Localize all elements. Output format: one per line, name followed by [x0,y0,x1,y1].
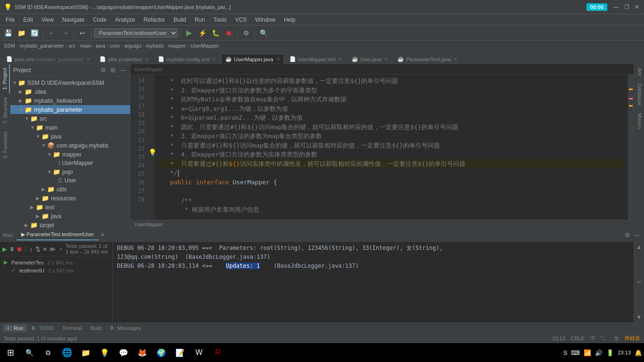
tab-close-user[interactable]: ✕ [384,57,388,62]
back-button[interactable]: ← [46,27,58,39]
breadcrumb-com[interactable]: com [110,43,120,49]
sync-button[interactable]: 🔄 [28,27,41,39]
status-zh[interactable]: 中 [590,335,595,342]
run-pause-button[interactable]: ⏸ [9,244,15,254]
menu-help[interactable]: Help [280,16,299,24]
maximize-button[interactable]: ❐ [623,4,630,10]
run-list-button[interactable]: ≡ [42,244,48,254]
menu-window[interactable]: Window [251,16,279,24]
code-lines[interactable]: * 此时可以通过#{}和${}以任意的内容获取参数值，一定要注意${}的单引号问… [155,74,628,220]
run-config-selector[interactable]: ParameterTest.testInsertUser [94,28,178,38]
tab-usermapper-java[interactable]: ☕ UserMapper.java ✕ [221,54,284,64]
vtab-favorites[interactable]: 2: Favorites [1,128,9,162]
tab-close-usermapper-xml[interactable]: ✕ [339,57,342,62]
scroll-bottom-button[interactable]: ▼ [636,314,642,321]
redis-taskbar[interactable]: R [209,344,226,361]
tree-test[interactable]: ▶ 📁 test [10,203,130,212]
bottom-tab-run[interactable]: ▶ ParameterTest.testInsertUser [17,230,99,240]
code-editor[interactable]: UserMapper 14 15 16 17 18 19 20 21 22 23 [131,64,634,228]
settings-button[interactable]: ⚙ [240,27,252,39]
tab-pom-xml[interactable]: 📄 pom.xml (mybatis_parameter) ✕ [2,54,94,64]
menu-view[interactable]: View [38,16,58,24]
tab-close-parametertest[interactable]: ✕ [454,57,457,62]
footer-tab-todo[interactable]: 6 : TODO [28,324,58,332]
run-more-button[interactable]: ≫ [49,244,56,254]
start-button[interactable]: ⊞ [2,344,19,361]
taskview-button[interactable]: ⧉ [40,344,57,361]
search-taskbar-button[interactable]: 🔍 [21,344,38,361]
tab-close-pom[interactable]: ✕ [86,57,90,62]
tree-pojo[interactable]: ▼ 📁 pojo [10,167,130,176]
intellij-taskbar[interactable]: 💡 [96,344,113,361]
tab-mybatis-config[interactable]: 📄 mybatis-config.xml ✕ [154,54,220,64]
breadcrumb-main[interactable]: main [80,43,91,49]
menu-edit[interactable]: Edit [19,16,37,24]
status-crlf[interactable]: CRLF [571,336,585,341]
breadcrumb-src[interactable]: src [68,43,75,49]
tab-close-usermapper[interactable]: ✕ [276,57,280,62]
taskbar-notification-icon[interactable]: 🔔 [635,349,642,356]
tree-idea[interactable]: ▶ 📁 .idea [10,87,130,96]
status-degree[interactable]: °。 [601,335,608,342]
status-brand[interactable]: 尚硅谷 [625,335,640,342]
tree-com-atguigu-mybatis[interactable]: ▼ 📦 com.atguigu.mybatis [10,141,130,150]
tree-mapper[interactable]: ▼ 📁 mapper [10,150,130,159]
stop-button[interactable]: ⏹ [223,27,235,39]
menu-analyze[interactable]: Analyze [111,16,139,24]
taskbar-keyboard-icon[interactable]: ⌨ [571,349,580,356]
breadcrumb-mybatis[interactable]: mybatis [146,43,164,49]
notes-taskbar[interactable]: 📝 [172,344,189,361]
close-button[interactable]: ✕ [634,4,640,10]
minimize-button[interactable]: — [613,4,619,10]
bottom-minimize-icon[interactable]: — [633,230,641,239]
menu-run[interactable]: Run [191,16,209,24]
rerun-button[interactable]: ▶ [2,244,8,254]
tree-java[interactable]: ▼ 📁 java [10,132,130,141]
forward-button[interactable]: → [59,27,71,39]
taskbar-volume-icon[interactable]: 🔊 [595,349,603,356]
sidebar-layout-icon[interactable]: ⊞ [109,66,117,74]
chrome-taskbar[interactable]: 🌐 [58,344,75,361]
word-taskbar[interactable]: W [190,344,207,361]
test-item-method[interactable]: ✓ testInsertU 2 s 941 ms [2,266,111,274]
right-scrollbar[interactable] [628,74,634,220]
footer-tab-build[interactable]: Build [87,324,106,332]
vtab-database[interactable]: Database [634,80,644,109]
sidebar-minimize-icon[interactable]: — [118,66,127,74]
run-sort-button[interactable]: ↕ [28,244,34,254]
menu-refactor[interactable]: Refactor [140,16,169,24]
tree-ssm-root[interactable]: ▼ 📁 SSM D:\IDEA\workspace\SSM [10,78,130,87]
sidebar-gear-icon[interactable]: ⚙ [99,66,107,74]
footer-tab-run[interactable]: 4 : Run [3,324,27,332]
breadcrumb-java[interactable]: java [96,43,105,49]
status-full[interactable]: 全 [614,335,619,342]
menu-build[interactable]: Build [170,16,190,24]
menu-vcs[interactable]: VCS [231,16,251,24]
breadcrumb-atguigu[interactable]: atguigu [124,43,141,49]
search-button[interactable]: 🔍 [257,27,270,39]
tab-parametertest-java[interactable]: ☕ ParameterTest.java ✕ [393,54,462,64]
chrome2-taskbar[interactable]: 🌍 [153,344,170,361]
scroll-top-button[interactable]: ▲ [636,244,642,250]
files-taskbar[interactable]: 📁 [77,344,94,361]
debug-config-button[interactable]: ⚡ [196,27,208,39]
menu-file[interactable]: File [2,16,18,24]
tab-user-java[interactable]: ☕ User.java ✕ [347,54,393,64]
menu-code[interactable]: Code [89,16,110,24]
code-content[interactable]: 14 15 16 17 18 19 20 21 22 23 24 25 26 2… [131,74,634,220]
breadcrumb-mapper[interactable]: mapper [168,43,186,49]
taskbar-network-icon[interactable]: 📶 [584,349,591,356]
tree-user[interactable]: C User [10,176,130,185]
tree-src[interactable]: ▼ 📁 src [10,114,130,123]
tree-mybatis-helloworld[interactable]: ▶ 📁 mybatis_helloworld [10,96,130,105]
wechat-taskbar[interactable]: 💬 [115,344,132,361]
footer-tab-messages[interactable]: 0 : Messages [107,324,145,332]
tab-usermapper-xml[interactable]: 📄 UserMapper.xml ✕ [285,54,347,64]
tree-usermapper[interactable]: I UserMapper [10,159,130,167]
tree-utils[interactable]: ▶ 📁 utils [10,185,130,194]
editor-bc-usermapper[interactable]: UserMapper [134,66,163,72]
tab-close-jdbc[interactable]: ✕ [145,57,149,62]
open-button[interactable]: 📁 [15,27,27,39]
tree-main[interactable]: ▼ 📁 main [10,123,130,132]
undo-button[interactable]: ↩ [76,27,89,39]
